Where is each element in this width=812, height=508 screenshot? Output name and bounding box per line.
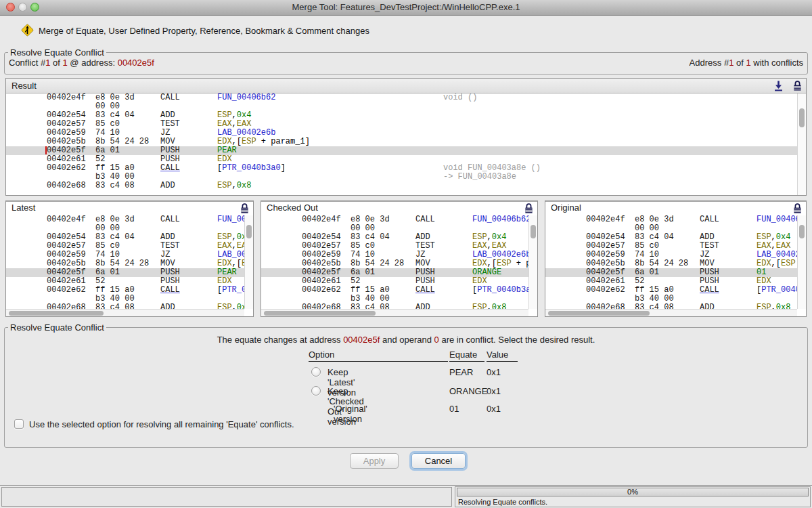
panel-title: Latest (12, 201, 35, 215)
use-for-all-checkbox[interactable] (14, 419, 24, 429)
value-cell: 0x1 (487, 404, 501, 414)
progress-area: 0% Resolving Equate conflicts. (455, 486, 811, 507)
column-header-option: Option (309, 350, 448, 362)
listing-row[interactable]: 00402e6883 c4 08ADDESP,0x8 (6, 182, 797, 190)
checked-out-panel-header: Checked Out (261, 201, 537, 202)
option-label: 'Original' version (334, 404, 367, 424)
checked-out-horizontal-scrollbar[interactable] (261, 309, 528, 316)
scrollbar-thumb[interactable] (799, 225, 805, 238)
progress-message: Resolving Equate conflicts. (458, 498, 547, 506)
latest-panel-header: Latest (6, 201, 253, 202)
merge-tool-window: Merge Tool: Features_DevTestProject:/Win… (0, 0, 812, 508)
listing-row[interactable]: 00402e4fe8 0e 3dCALLFUN_00406b62void () (6, 93, 797, 102)
equate-value: 01 (449, 404, 459, 414)
checked-out-listing: 00402e4fe8 0e 3dCALLFUN_00406b62void ()0… (261, 215, 528, 309)
conflict-header-group: Resolve Equate Conflict Conflict #1 of 1… (4, 52, 808, 75)
scrollbar-thumb[interactable] (548, 311, 650, 316)
value-cell: 0x1 (487, 367, 501, 377)
apply-button[interactable]: Apply (350, 453, 399, 469)
listing-row[interactable]: 00402e5483 c4 04ADDESP,0x4 (6, 233, 244, 242)
conflict-right: Address #1 of 1 with conflicts (690, 58, 803, 68)
listing-row[interactable]: 00402e5b8b 54 24 28MOVEDX,[ESP + param_1… (6, 137, 797, 146)
listing-row[interactable]: 00402e4fe8 0e 3dCALLFUN_00406b62void () (545, 215, 797, 224)
keep-checked-out-radio[interactable] (311, 386, 321, 396)
original-listing: 00402e4fe8 0e 3dCALLFUN_00406b62void ()0… (545, 215, 797, 309)
scrollbar-thumb[interactable] (9, 311, 104, 316)
apply-down-icon[interactable] (773, 80, 784, 91)
result-vertical-scrollbar[interactable] (797, 93, 806, 195)
panel-title: Result (12, 79, 37, 93)
group-title: Resolve Equate Conflict (8, 322, 106, 333)
checked-out-panel: Checked Out 00402e4fe8 0e 3dCALLFUN_0040… (261, 200, 538, 317)
latest-vertical-scrollbar[interactable] (244, 215, 253, 309)
keep-latest-radio[interactable] (311, 367, 321, 377)
lock-icon[interactable] (524, 203, 534, 214)
resolve-conflict-group: Resolve Equate Conflict The equate chang… (4, 327, 808, 448)
listing-row[interactable]: 00402e6883 c4 08ADDESP,0x8 (6, 303, 244, 309)
lock-icon[interactable] (792, 80, 803, 91)
listing-row[interactable]: 00402e5b8b 54 24 28MOVEDX,[ESP + param_1… (6, 259, 244, 268)
column-header-value: Value (487, 350, 518, 362)
listing-row[interactable]: 00402e4fe8 0e 3dCALLFUN_00406b62void () (261, 215, 528, 224)
result-panel: Result 00402e4fe8 0e 3dCALLFUN_00406b62v… (5, 78, 807, 196)
cancel-button[interactable]: Cancel (411, 453, 466, 469)
lock-icon[interactable] (240, 203, 250, 214)
original-panel-header: Original (545, 201, 806, 202)
checked-out-vertical-scrollbar[interactable] (528, 215, 537, 309)
listing-row[interactable]: 00402e5f6a 01PUSHPEAR (6, 268, 244, 277)
scrollbar-thumb[interactable] (531, 225, 536, 238)
progress-bar: 0% (457, 488, 809, 496)
conflict-description: The equate changes at address 00402e5f a… (5, 335, 807, 345)
scrollbar-thumb[interactable] (799, 108, 805, 127)
equate-value: PEAR (449, 367, 473, 377)
latest-listing: 00402e4fe8 0e 3dCALLFUN_00406b62void ()0… (6, 215, 244, 309)
merge-sign-icon (20, 23, 35, 37)
listing-row[interactable]: 00402e6883 c4 08ADDESP,0x8 (545, 303, 797, 309)
panel-title: Checked Out (267, 201, 318, 215)
result-panel-header: Result (6, 79, 806, 93)
checkbox-label: Use the selected option for resolving al… (29, 419, 294, 429)
listing-row[interactable]: 00402e5f6a 01PUSHPEAR (6, 146, 797, 155)
conflict-left: Conflict #1 of 1 @ address: 00402e5f (9, 58, 154, 68)
scrollbar-thumb[interactable] (246, 225, 252, 238)
status-message-area (1, 487, 452, 507)
equate-value: ORANGE (449, 386, 487, 396)
listing-row[interactable]: 00402e5785 c0TESTEAX,EAX (6, 120, 797, 129)
latest-horizontal-scrollbar[interactable] (6, 309, 244, 316)
panel-title: Original (551, 201, 581, 215)
group-title: Resolve Equate Conflict (8, 47, 106, 58)
column-header-equate: Equate (449, 350, 484, 362)
original-panel: Original 00402e4fe8 0e 3dCALLFUN_00406b6… (545, 200, 807, 317)
scrollbar-thumb[interactable] (264, 311, 376, 316)
listing-row[interactable]: 00402e62ff 15 a0CALL[PTR_0040b3a0]void F… (261, 286, 528, 295)
latest-panel: Latest 00402e4fe8 0e 3dCALLFUN_00406b62v… (5, 200, 254, 317)
lock-icon[interactable] (792, 203, 803, 214)
listing-row[interactable]: 00402e4fe8 0e 3dCALLFUN_00406b62void () (6, 215, 244, 224)
value-cell: 0x1 (487, 386, 501, 396)
title-bar: Merge Tool: Features_DevTestProject:/Win… (0, 0, 812, 16)
listing-row[interactable]: 00402e6883 c4 08ADDESP,0x8 (261, 303, 528, 309)
banner-message: Merge of Equate, User Defined Property, … (39, 26, 369, 36)
window-title: Merge Tool: Features_DevTestProject:/Win… (0, 0, 812, 15)
listing-row[interactable]: 00402e5785 c0TESTEAX,EAX (6, 242, 244, 251)
listing-row[interactable]: 00402e5483 c4 04ADDESP,0x4 (6, 111, 797, 120)
original-vertical-scrollbar[interactable] (797, 215, 806, 309)
result-listing: 00402e4fe8 0e 3dCALLFUN_00406b62void ()0… (6, 93, 797, 195)
original-horizontal-scrollbar[interactable] (545, 309, 797, 316)
